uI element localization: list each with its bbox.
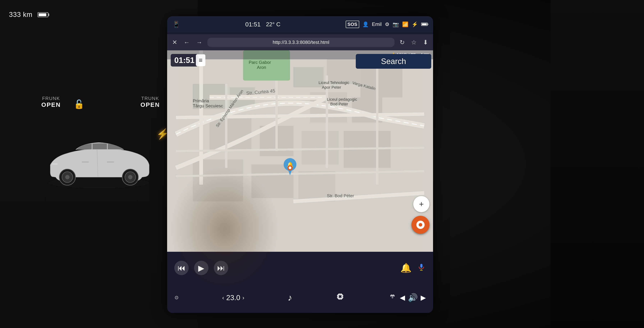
notification-button[interactable]: 🔔 <box>400 263 412 273</box>
svg-text:Parc Gabor: Parc Gabor <box>249 60 271 65</box>
temp-up-button[interactable]: › <box>242 294 244 301</box>
tablet-icon: 📱 <box>172 21 180 28</box>
lock-icon: 🔓 <box>74 99 84 109</box>
media-buttons: ⏮ ▶ ⏭ <box>174 261 228 275</box>
trunk-status: TRUNK OPEN <box>140 96 160 108</box>
status-temp: 22° C <box>266 21 280 28</box>
svg-rect-18 <box>327 59 360 84</box>
map-search-bar[interactable]: Search <box>356 54 431 69</box>
volume-icon: 🔊 <box>408 293 418 302</box>
battery-icon <box>38 12 48 17</box>
browser-bar: ✕ ← → http://3.3.3.3:8080/test.html ↻ ☆ … <box>167 34 433 50</box>
back-button[interactable]: ← <box>182 38 191 47</box>
svg-rect-10 <box>107 161 114 163</box>
map-svg: Parc Gabor Aron <box>167 50 433 252</box>
bottom-controls: ⏮ ▶ ⏭ 🔔 <box>167 252 433 313</box>
user-icon: 👤 <box>362 22 369 27</box>
screenshot-icon[interactable]: 📷 <box>392 22 399 27</box>
car-image <box>36 128 162 200</box>
next-button[interactable]: ⏭ <box>214 261 228 275</box>
frunk-status: FRUNK OPEN <box>41 96 61 108</box>
map-zoom-button[interactable]: + <box>413 196 430 212</box>
svg-text:Târgu Secuiesc: Târgu Secuiesc <box>193 103 223 108</box>
microphone-button[interactable] <box>417 262 426 273</box>
temp-value: 23.0 <box>226 294 240 302</box>
close-button[interactable]: ✕ <box>171 37 178 47</box>
svg-text:Str. Bod Péter: Str. Bod Péter <box>327 193 354 198</box>
mobile-statusbar: 📱 01:51 22° C SOS 👤 Emil ⚙ 📷 📶 ⚡ <box>167 16 433 32</box>
statusbar-left: 📱 <box>172 21 180 28</box>
battery-range: 333 km <box>9 11 32 19</box>
svg-text:Liceul pedagogic: Liceul pedagogic <box>327 97 357 102</box>
map-time: 01:51 <box>171 54 198 67</box>
music-note-icon: ♪ <box>288 292 292 303</box>
temp-control: ‹ 23.0 › <box>222 294 244 302</box>
right-controls: 🔔 <box>400 262 426 273</box>
bookmark-button[interactable]: ☆ <box>410 37 418 47</box>
statusbar-center: 01:51 22° C <box>245 21 280 28</box>
svg-rect-44 <box>420 264 422 268</box>
map-menu-button[interactable]: ≡ <box>196 54 206 66</box>
svg-point-3 <box>65 175 70 179</box>
svg-point-42 <box>289 167 292 169</box>
wifi-icon: 📶 <box>402 22 408 27</box>
map-area[interactable]: Parc Gabor Aron <box>167 50 433 252</box>
tablet-overlay[interactable]: 📱 01:51 22° C SOS 👤 Emil ⚙ 📷 📶 ⚡ ✕ ← <box>167 16 433 313</box>
svg-text:Primăria: Primăria <box>193 98 209 103</box>
sos-badge: SOS <box>346 21 359 28</box>
user-name: Emil <box>372 22 382 27</box>
svg-text:Apor Peter: Apor Peter <box>322 85 341 90</box>
vol-down-button[interactable]: ◀ <box>400 294 405 301</box>
svg-point-47 <box>339 296 341 297</box>
forward-button[interactable]: → <box>195 38 204 47</box>
svg-point-6 <box>128 175 132 179</box>
bottom-row: ⚙ ‹ 23.0 › ♪ <box>167 284 433 313</box>
tesla-status-bar: 333 km <box>9 11 48 19</box>
svg-rect-19 <box>360 64 402 98</box>
svg-text:Liceul Tehnologic: Liceul Tehnologic <box>318 80 349 85</box>
download-button[interactable]: ⬇ <box>422 37 430 47</box>
fan-icon2 <box>388 293 397 302</box>
bluetooth-icon: ⚡ <box>412 22 418 27</box>
svg-rect-9 <box>82 161 89 163</box>
prev-button[interactable]: ⏮ <box>174 261 189 275</box>
reload-button[interactable]: ↻ <box>398 37 406 47</box>
svg-rect-12 <box>243 50 290 81</box>
svg-rect-24 <box>302 131 338 165</box>
play-button[interactable]: ▶ <box>194 261 208 275</box>
svg-point-48 <box>392 297 393 298</box>
statusbar-right: SOS 👤 Emil ⚙ 📷 📶 ⚡ <box>346 21 428 28</box>
car-container: FRUNK OPEN 🔓 TRUNK OPEN <box>27 110 171 218</box>
map-location-button[interactable] <box>412 216 430 234</box>
vol-up-button[interactable]: ▶ <box>421 294 426 301</box>
fan-button[interactable] <box>336 292 345 303</box>
svg-text:Aron: Aron <box>257 65 266 70</box>
svg-text:Bod Peter: Bod Peter <box>330 102 348 106</box>
settings-icon[interactable]: ⚙ <box>385 22 390 27</box>
mobile-battery <box>421 23 428 26</box>
temp-down-button[interactable]: ‹ <box>222 294 224 301</box>
scroll-indicator: ⚙ <box>174 295 179 301</box>
media-controls-row: ⏮ ▶ ⏭ 🔔 <box>167 252 433 284</box>
status-time: 01:51 <box>245 21 260 28</box>
scroll-left[interactable]: ⚙ <box>174 295 179 301</box>
volume-control: ◀ 🔊 ▶ <box>388 293 426 302</box>
url-bar[interactable]: http://3.3.3.3:8080/test.html <box>207 38 394 47</box>
right-panel <box>550 0 644 328</box>
